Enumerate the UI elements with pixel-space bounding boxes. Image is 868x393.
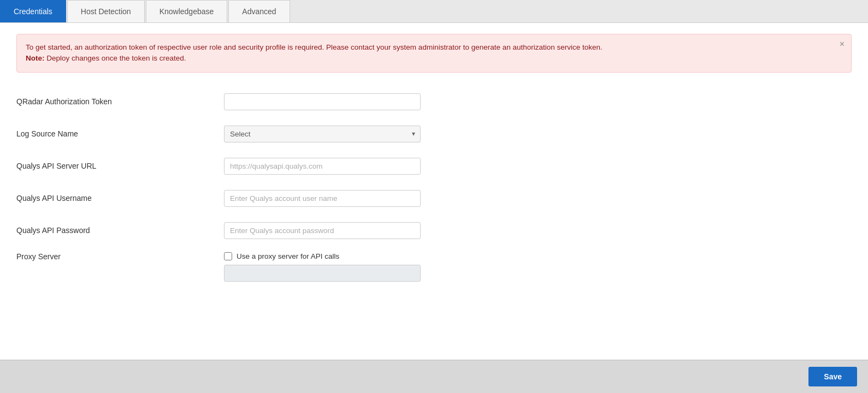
control-qualys-api-username: [224, 190, 421, 207]
control-log-source-name: Select: [224, 126, 421, 142]
main-content: × To get started, an authorization token…: [0, 23, 868, 360]
field-row-qualys-api-password: Qualys API Password: [16, 215, 852, 247]
field-row-qualys-api-username: Qualys API Username: [16, 182, 852, 215]
alert-close-button[interactable]: ×: [840, 40, 845, 49]
tab-bar: Credentials Host Detection Knowledgebase…: [0, 0, 868, 23]
field-row-qualys-api-server-url: Qualys API Server URL: [16, 150, 852, 182]
input-qradar-auth-token[interactable]: [224, 93, 421, 110]
footer-bar: Save: [0, 360, 868, 393]
field-row-qradar-auth-token: QRadar Authorization Token: [16, 86, 852, 118]
label-qualys-api-username: Qualys API Username: [16, 194, 224, 203]
label-log-source-name: Log Source Name: [16, 129, 224, 138]
tab-advanced[interactable]: Advanced: [228, 0, 290, 22]
field-row-proxy-server: Proxy Server Use a proxy server for API …: [16, 247, 852, 289]
tab-knowledgebase[interactable]: Knowledgebase: [146, 0, 228, 22]
input-qualys-api-username[interactable]: [224, 190, 421, 207]
control-qualys-api-server-url: [224, 158, 421, 175]
select-wrapper-log-source: Select: [224, 126, 421, 142]
save-button[interactable]: Save: [808, 367, 857, 386]
label-qualys-api-password: Qualys API Password: [16, 226, 224, 235]
alert-banner: × To get started, an authorization token…: [16, 34, 852, 73]
control-qualys-api-password: [224, 222, 421, 239]
proxy-checkbox-label[interactable]: Use a proxy server for API calls: [237, 252, 339, 260]
alert-note-label: Note:: [26, 54, 45, 62]
control-qradar-auth-token: [224, 93, 421, 110]
field-row-log-source-name: Log Source Name Select: [16, 118, 852, 150]
label-qualys-api-server-url: Qualys API Server URL: [16, 162, 224, 170]
label-proxy-server: Proxy Server: [16, 252, 224, 261]
control-proxy-server: Use a proxy server for API calls: [224, 252, 421, 282]
proxy-checkbox-row: Use a proxy server for API calls: [224, 252, 421, 260]
label-qradar-auth-token: QRadar Authorization Token: [16, 97, 224, 106]
tab-host-detection[interactable]: Host Detection: [67, 0, 145, 22]
alert-note-text: Deploy changes once the token is created…: [46, 54, 186, 62]
select-log-source-name[interactable]: Select: [224, 126, 421, 142]
tab-credentials[interactable]: Credentials: [0, 0, 66, 22]
input-qualys-api-server-url[interactable]: [224, 158, 421, 175]
input-proxy-server: [224, 265, 421, 282]
alert-message: To get started, an authorization token o…: [26, 43, 603, 51]
credentials-form: QRadar Authorization Token Log Source Na…: [16, 86, 852, 289]
proxy-checkbox[interactable]: [224, 252, 232, 260]
proxy-group: Use a proxy server for API calls: [224, 252, 421, 282]
input-qualys-api-password[interactable]: [224, 222, 421, 239]
